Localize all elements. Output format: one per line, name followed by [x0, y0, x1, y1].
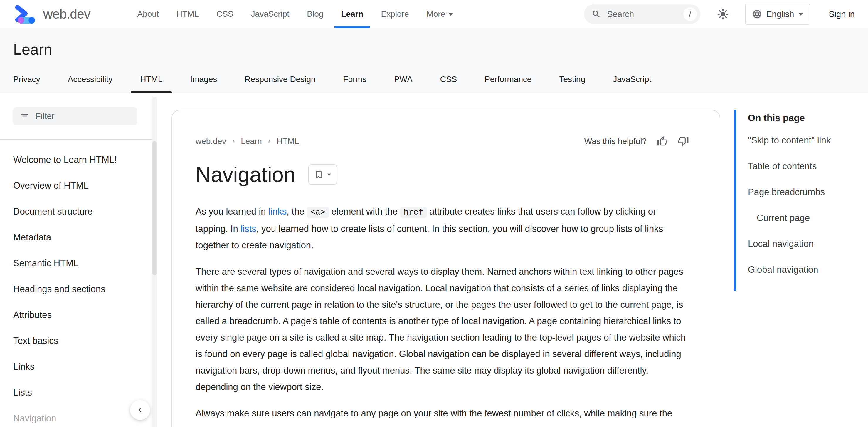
- language-label: English: [766, 9, 794, 19]
- lesson-item-overview[interactable]: Overview of HTML: [13, 181, 140, 191]
- inline-link[interactable]: lists: [241, 224, 256, 234]
- chevron-right-icon: [230, 138, 237, 145]
- inline-code: <a>: [307, 207, 329, 218]
- page-title: Navigation: [195, 162, 296, 187]
- breadcrumb-webdev[interactable]: web.dev: [195, 137, 226, 146]
- chevron-down-icon: [799, 12, 803, 15]
- lesson-item-navigation[interactable]: Navigation: [13, 414, 140, 423]
- tab-css[interactable]: CSS: [440, 75, 457, 93]
- inline-link[interactable]: links: [269, 206, 287, 217]
- sign-in-button[interactable]: Sign in: [829, 9, 855, 19]
- tab-responsive-design[interactable]: Responsive Design: [245, 75, 315, 93]
- toc-title: On this page: [748, 112, 860, 124]
- filter-icon: [20, 112, 29, 120]
- filter-input[interactable]: Filter: [13, 107, 137, 125]
- nav-item-explore[interactable]: Explore: [372, 0, 418, 28]
- brand-wordmark: web.dev: [43, 6, 90, 22]
- lesson-item-semantic-html[interactable]: Semantic HTML: [13, 259, 140, 268]
- tab-accessibility[interactable]: Accessibility: [68, 75, 113, 93]
- feedback-question: Was this helpful?: [584, 137, 647, 146]
- tab-privacy[interactable]: Privacy: [13, 75, 40, 93]
- thumbs-down-button[interactable]: [678, 136, 689, 147]
- tab-performance[interactable]: Performance: [485, 75, 531, 93]
- chevron-down-icon: [328, 173, 331, 176]
- inline-code: href: [400, 207, 427, 218]
- nav-item-css[interactable]: CSS: [208, 0, 242, 28]
- tab-pwa[interactable]: PWA: [394, 75, 412, 93]
- chevron-left-icon: [135, 405, 145, 415]
- tab-html[interactable]: HTML: [140, 75, 162, 93]
- toc-item-current-page[interactable]: Current page: [748, 214, 860, 223]
- bookmark-button[interactable]: [308, 164, 337, 185]
- toc-list: "Skip to content" link Table of contents…: [748, 136, 860, 275]
- sidebar-scrollbar-thumb[interactable]: [152, 141, 156, 275]
- lesson-item-links[interactable]: Links: [13, 362, 140, 371]
- hero-title: Learn: [13, 28, 855, 58]
- sidebar-divider: [0, 139, 152, 140]
- nav-item-javascript[interactable]: JavaScript: [242, 0, 298, 28]
- tab-forms[interactable]: Forms: [343, 75, 367, 93]
- nav-item-html[interactable]: HTML: [168, 0, 208, 28]
- nav-item-more[interactable]: More: [418, 0, 463, 28]
- lesson-item-metadata[interactable]: Metadata: [13, 233, 140, 242]
- article-body: As you learned in links, the <a> element…: [195, 203, 689, 422]
- nav-item-learn[interactable]: Learn: [332, 0, 372, 28]
- sun-icon: [717, 8, 728, 20]
- lesson-item-welcome[interactable]: Welcome to Learn HTML!: [13, 155, 140, 165]
- lesson-item-headings-sections[interactable]: Headings and sections: [13, 284, 140, 294]
- site-header: web.dev About HTML CSS JavaScript Blog L…: [0, 0, 868, 28]
- search-icon: [592, 9, 601, 19]
- thumbs-up-button[interactable]: [657, 136, 668, 147]
- content-region: Filter Welcome to Learn HTML! Overview o…: [0, 93, 868, 427]
- globe-icon: [752, 9, 762, 19]
- tab-testing[interactable]: Testing: [559, 75, 586, 93]
- paragraph: As you learned in links, the <a> element…: [195, 203, 689, 254]
- tab-images[interactable]: Images: [190, 75, 217, 93]
- lesson-list: Welcome to Learn HTML! Overview of HTML …: [13, 155, 140, 427]
- toc-item-local-navigation[interactable]: Local navigation: [748, 239, 860, 249]
- nav-item-about[interactable]: About: [129, 0, 168, 28]
- course-sidebar: Filter Welcome to Learn HTML! Overview o…: [0, 93, 164, 427]
- article-card: web.dev Learn HTML Was this helpful?: [172, 110, 720, 427]
- breadcrumb-html[interactable]: HTML: [277, 137, 299, 146]
- primary-nav: About HTML CSS JavaScript Blog Learn Exp…: [129, 0, 463, 28]
- toc-item-page-breadcrumbs[interactable]: Page breadcrumbs: [748, 188, 860, 197]
- toc-item-table-of-contents[interactable]: Table of contents: [748, 162, 860, 171]
- chevron-down-icon: [448, 12, 454, 16]
- paragraph: Always make sure users can navigate to a…: [195, 405, 689, 422]
- search-placeholder: Search: [607, 9, 677, 19]
- on-this-page-panel: On this page "Skip to content" link Tabl…: [734, 110, 860, 291]
- course-tabs: Privacy Accessibility HTML Images Respon…: [13, 75, 651, 93]
- tab-javascript[interactable]: JavaScript: [613, 75, 651, 93]
- search-input[interactable]: Search /: [584, 4, 700, 24]
- lesson-item-text-basics[interactable]: Text basics: [13, 336, 140, 346]
- paragraph: There are several types of navigation an…: [195, 264, 689, 395]
- filter-placeholder: Filter: [35, 111, 54, 121]
- toc-item-global-navigation[interactable]: Global navigation: [748, 265, 860, 275]
- search-shortcut-key: /: [683, 7, 697, 21]
- breadcrumb-learn[interactable]: Learn: [241, 137, 262, 146]
- language-selector[interactable]: English: [745, 3, 810, 25]
- feedback-widget: Was this helpful?: [584, 136, 689, 147]
- learn-hero: Learn Privacy Accessibility HTML Images …: [0, 28, 868, 93]
- webdev-logo-icon: [13, 4, 39, 24]
- chevron-right-icon: [266, 138, 273, 145]
- toc-item-skip-to-content[interactable]: "Skip to content" link: [748, 136, 860, 145]
- breadcrumb: web.dev Learn HTML: [195, 137, 299, 146]
- lesson-item-attributes[interactable]: Attributes: [13, 310, 140, 320]
- nav-item-blog[interactable]: Blog: [298, 0, 332, 28]
- lesson-item-document-structure[interactable]: Document structure: [13, 207, 140, 216]
- bookmark-icon: [314, 170, 323, 179]
- lesson-item-lists[interactable]: Lists: [13, 388, 140, 397]
- webdev-logo[interactable]: web.dev: [13, 4, 90, 24]
- theme-toggle-button[interactable]: [717, 8, 728, 20]
- sidebar-collapse-button[interactable]: [130, 400, 150, 420]
